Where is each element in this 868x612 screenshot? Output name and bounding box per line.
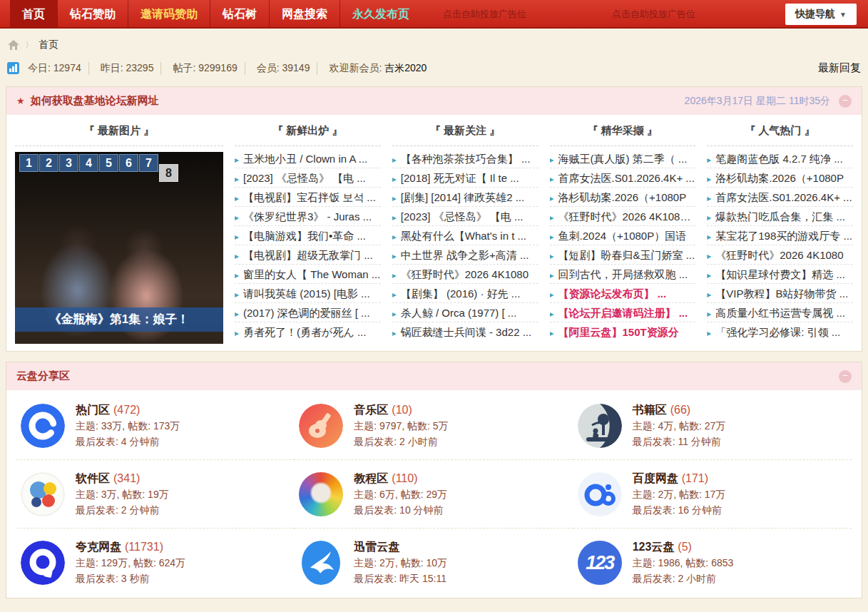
new-member-link[interactable]: 吉米2020 — [384, 62, 427, 73]
nav-item-diamond-tree[interactable]: 钻石树 — [210, 0, 269, 27]
nav-item-permanent-publish-page[interactable]: 永久发布页 — [339, 0, 422, 27]
category-last-post[interactable]: 最后发表: 11 分钟前 — [633, 434, 726, 449]
category-name[interactable]: 百度网盘 — [633, 472, 678, 484]
forum-category-music[interactable]: 音乐区(10) 主题: 9797, 帖数: 5万 最后发表: 2 小时前 — [295, 392, 573, 460]
forum-category-tutorial[interactable]: 教程区(110) 主题: 6万, 帖数: 29万 最后发表: 10 分钟前 — [295, 460, 573, 529]
post-link[interactable]: ▸请叫我英雄 (2015) [电影 ... — [235, 284, 381, 303]
post-link[interactable]: ▸首席女法医.S01.2026.4K+ ... — [550, 168, 696, 188]
slide-tab-7[interactable]: 7 — [139, 154, 158, 172]
post-link[interactable]: ▸首席女法医.S01.2026.4K+ ... — [707, 188, 853, 207]
post-link[interactable]: ▸【短剧】盼春归&玉门娇室 ... — [550, 245, 696, 265]
forum-stats-bar: 今日: 12974 昨日: 23295 帖子: 9299169 会员: 3914… — [0, 56, 868, 82]
nav-item-home[interactable]: 首页 — [10, 0, 57, 27]
post-link[interactable]: ▸杀人鲸 / Orca (1977) [ ... — [392, 303, 538, 322]
ad-slot-text[interactable]: 点击自助投放广告位 — [422, 0, 548, 27]
post-link[interactable]: ▸中土世界 战争之影+高清 ... — [392, 245, 538, 265]
post-link[interactable]: ▸窗里的女人【 The Woman ... — [235, 265, 381, 284]
post-link[interactable]: ▸《侏罗纪世界3》 - Juras ... — [235, 207, 381, 226]
forum-category-baidu-pan[interactable]: 百度网盘(171) 主题: 2万, 帖数: 17万 最后发表: 16 分钟前 — [573, 460, 852, 529]
category-name[interactable]: 123云盘 — [633, 541, 675, 553]
post-link[interactable]: ▸《狂野时代》2026 4K1080 — [707, 245, 853, 265]
category-name[interactable]: 迅雷云盘 — [354, 541, 399, 553]
post-link[interactable]: ▸黑处有什么【What's in t ... — [392, 226, 538, 245]
post-link[interactable]: ▸《狂野时代》2026 4K1080 ... — [550, 207, 696, 226]
slide-tab-4[interactable]: 4 — [79, 154, 98, 172]
post-link-highlighted[interactable]: ▸【论坛开启邀请码注册】 ... — [550, 303, 696, 322]
nav-item-invite-code-sponsor[interactable]: 邀请码赞助 — [128, 0, 210, 27]
notice-link[interactable]: 如何获取盘基地论坛新网址 — [31, 94, 159, 108]
nav-item-pan-search[interactable]: 网盘搜索 — [269, 0, 339, 27]
category-name[interactable]: 教程区 — [354, 472, 388, 484]
post-link[interactable]: ▸勇者死了！(勇者が死ん ... — [235, 322, 381, 342]
post-link-highlighted[interactable]: ▸【阿里云盘】150T资源分 — [550, 322, 696, 342]
category-name[interactable]: 热门区 — [76, 404, 110, 416]
collapse-icon[interactable]: − — [839, 95, 852, 108]
stat-welcome: 欢迎新会员: 吉米2020 — [322, 62, 434, 75]
category-name[interactable]: 夸克网盘 — [76, 541, 121, 553]
post-link[interactable]: ▸海贼王(真人版) 第二季（ ... — [550, 149, 696, 168]
forum-category-xunlei-pan[interactable]: 迅雷云盘 主题: 2万, 帖数: 10万 最后发表: 昨天 15:11 — [295, 529, 573, 596]
post-link[interactable]: ▸「强化学习必修课: 引领 ... — [707, 322, 853, 342]
post-link[interactable]: ▸【电视剧】超级无敌掌门 ... — [235, 245, 381, 265]
slideshow-caption[interactable]: 《金瓶梅》第1集：娘子！ — [15, 307, 223, 332]
home-icon[interactable] — [7, 39, 20, 51]
post-link[interactable]: ▸【电视剧】宝石拌饭 보석 ... — [235, 188, 381, 207]
post-link[interactable]: ▸高质量小红书运营专属视 ... — [707, 303, 853, 322]
post-link[interactable]: ▸玉米地小丑 / Clown in A ... — [235, 149, 381, 168]
arrow-bullet-icon: ▸ — [392, 232, 397, 242]
ad-slot-text[interactable]: 点击自助投放广告位 — [591, 0, 717, 27]
slide-tab-2[interactable]: 2 — [39, 154, 58, 172]
post-link[interactable]: ▸鱼刺.2024（+1080P）国语 — [550, 226, 696, 245]
post-link[interactable]: ▸[2023] 《忌怪岛》 【电 ... — [392, 207, 538, 226]
category-name[interactable]: 软件区 — [76, 472, 110, 484]
post-link[interactable]: ▸《狂野时代》2026 4K1080 — [392, 265, 538, 284]
nav-item-diamond-sponsor[interactable]: 钻石赞助 — [57, 0, 128, 27]
forum-category-books[interactable]: 书籍区(66) 主题: 4万, 帖数: 27万 最后发表: 11 分钟前 — [573, 392, 852, 460]
category-last-post[interactable]: 最后发表: 2 小时前 — [633, 571, 734, 586]
breadcrumb-home-link[interactable]: 首页 — [39, 39, 58, 51]
post-link[interactable]: ▸[剧集] [2014] 律政英雄2 ... — [392, 188, 538, 207]
category-last-post[interactable]: 最后发表: 3 秒前 — [76, 571, 185, 586]
post-link[interactable]: ▸回到古代，开局拯救双胞 ... — [550, 265, 696, 284]
slide-tab-1[interactable]: 1 — [19, 154, 39, 172]
column-latest-images: 『 最新图片 』 1 2 3 4 5 6 7 8 《金瓶梅》第1集：娘子！ — [15, 115, 223, 344]
category-last-post[interactable]: 最后发表: 4 分钟前 — [76, 434, 180, 449]
post-link[interactable]: ▸【各种泡茶茶技巧合集】 ... — [392, 149, 538, 168]
post-link[interactable]: ▸锅匠裁缝士兵间谍 - 3d22 ... — [392, 322, 538, 342]
slide-tab-5[interactable]: 5 — [99, 154, 118, 172]
latest-reply-link[interactable]: 最新回复 — [818, 61, 861, 75]
pan123-icon-text: 123 — [578, 541, 622, 585]
image-slideshow[interactable]: 1 2 3 4 5 6 7 8 《金瓶梅》第1集：娘子！ — [15, 152, 223, 344]
category-name[interactable]: 音乐区 — [354, 404, 388, 416]
category-last-post[interactable]: 最后发表: 16 分钟前 — [633, 502, 726, 518]
forum-category-quark-pan[interactable]: 夸克网盘(11731) 主题: 129万, 帖数: 624万 最后发表: 3 秒… — [16, 529, 295, 596]
collapse-icon[interactable]: − — [839, 370, 852, 383]
quick-nav-dropdown[interactable]: 快捷导航▼ — [785, 4, 857, 25]
post-link[interactable]: ▸笔趣阁蓝色版 4.2.7 纯净 ... — [707, 149, 853, 168]
category-meta: 主题: 4万, 帖数: 27万 — [633, 418, 726, 434]
forum-category-software[interactable]: 软件区(341) 主题: 3万, 帖数: 19万 最后发表: 2 分钟前 — [16, 460, 295, 529]
category-last-post[interactable]: 最后发表: 2 分钟前 — [76, 502, 169, 518]
post-link[interactable]: ▸【剧集】 (2016) · 好先 ... — [392, 284, 538, 303]
category-last-post[interactable]: 最后发表: 2 小时前 — [354, 434, 448, 449]
post-link[interactable]: ▸洛杉矶劫案.2026（+1080P — [707, 168, 853, 188]
post-link[interactable]: ▸某宝花了198买的游戏厅专 ... — [707, 226, 853, 245]
xunlei-pan-icon — [299, 541, 343, 585]
category-name[interactable]: 书籍区 — [633, 404, 667, 416]
slide-tab-8[interactable]: 8 — [159, 164, 178, 182]
post-link[interactable]: ▸【电脑游戏】我们•革命 ... — [235, 226, 381, 245]
post-link[interactable]: ▸【VIP教程】B站好物带货 ... — [707, 284, 853, 303]
post-link[interactable]: ▸爆款热门吃瓜合集，汇集 ... — [707, 207, 853, 226]
category-last-post[interactable]: 最后发表: 10 分钟前 — [354, 502, 447, 518]
category-last-post[interactable]: 最后发表: 昨天 15:11 — [354, 571, 447, 586]
post-link-highlighted[interactable]: ▸【资源论坛发布页】 ... — [550, 284, 696, 303]
post-link[interactable]: ▸[2023] 《忌怪岛》 【电 ... — [235, 168, 381, 188]
post-link[interactable]: ▸【知识星球付费文】精选 ... — [707, 265, 853, 284]
forum-category-hot[interactable]: 热门区(472) 主题: 33万, 帖数: 173万 最后发表: 4 分钟前 — [16, 392, 295, 460]
post-link[interactable]: ▸[2018] 死无对证【 Il te ... — [392, 168, 538, 188]
forum-category-123-pan[interactable]: 123 123云盘(5) 主题: 1986, 帖数: 6853 最后发表: 2 … — [573, 529, 852, 596]
slide-tab-6[interactable]: 6 — [119, 154, 138, 172]
post-link[interactable]: ▸(2017) 深色调的爱丽丝 [ ... — [235, 303, 381, 322]
post-link[interactable]: ▸洛杉矶劫案.2026（+1080P — [550, 188, 696, 207]
slide-tab-3[interactable]: 3 — [59, 154, 78, 172]
